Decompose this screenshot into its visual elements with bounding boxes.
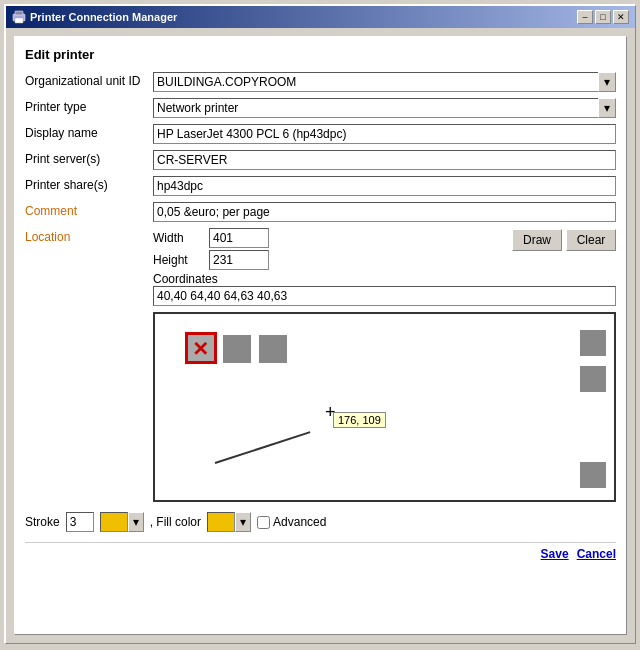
canvas-area[interactable]: ✕ + 176, 109 [153,312,616,502]
window-title: Printer Connection Manager [30,11,177,23]
fill-color-label: , Fill color [150,515,201,529]
canvas-shape-gray4 [580,366,606,392]
title-bar-left: Printer Connection Manager [12,10,177,24]
org-unit-row: Organizational unit ID ▾ [25,72,616,92]
stroke-label: Stroke [25,515,60,529]
canvas-line [215,431,311,464]
canvas-shape-gray2 [259,335,287,363]
cancel-button[interactable]: Cancel [577,547,616,561]
save-button[interactable]: Save [541,547,569,561]
clear-button[interactable]: Clear [566,229,616,251]
stroke-input[interactable] [66,512,94,532]
printer-type-select-wrap: ▾ [153,98,616,118]
title-buttons: – □ ✕ [577,10,629,24]
stroke-color-swatch[interactable] [100,512,128,532]
printer-icon [12,10,26,24]
height-input[interactable] [209,250,269,270]
fill-color-wrap: ▾ [207,512,251,532]
width-label: Width [153,231,201,245]
advanced-wrap: Advanced [257,515,326,529]
location-row: Location Width Height [25,228,616,306]
comment-row: Comment [25,202,616,222]
advanced-label: Advanced [273,515,326,529]
location-label: Location [25,228,145,244]
svg-rect-1 [15,11,23,15]
print-server-row: Print server(s) [25,150,616,170]
org-unit-select-wrap: ▾ [153,72,616,92]
print-server-label: Print server(s) [25,150,145,166]
svg-rect-2 [15,18,23,23]
coordinates-input[interactable] [153,286,616,306]
location-fields: Width Height Draw Clear [153,228,616,306]
stroke-color-wrap: ▾ [100,512,144,532]
canvas-tooltip: 176, 109 [333,412,386,428]
stroke-color-dropdown-icon[interactable]: ▾ [128,512,144,532]
printer-type-label: Printer type [25,98,145,114]
display-name-label: Display name [25,124,145,140]
draw-button[interactable]: Draw [512,229,562,251]
restore-button[interactable]: □ [595,10,611,24]
canvas-shape-gray3 [580,330,606,356]
advanced-checkbox[interactable] [257,516,270,529]
canvas-shape-red: ✕ [185,332,217,364]
printer-share-row: Printer share(s) [25,176,616,196]
canvas-shape-gray5 [580,462,606,488]
comment-label: Comment [25,202,145,218]
panel-title: Edit printer [25,47,616,62]
height-row: Height [153,250,504,270]
red-x-icon: ✕ [192,337,209,361]
canvas-shape-gray1 [223,335,251,363]
action-bar: Save Cancel [25,542,616,561]
minimize-button[interactable]: – [577,10,593,24]
width-row: Width [153,228,504,248]
printer-type-row: Printer type ▾ [25,98,616,118]
fill-color-dropdown-icon[interactable]: ▾ [235,512,251,532]
fill-color-swatch[interactable] [207,512,235,532]
org-unit-label: Organizational unit ID [25,72,145,88]
display-name-input[interactable] [153,124,616,144]
window-body: Edit printer Organizational unit ID ▾ Pr… [6,28,635,643]
display-name-row: Display name [25,124,616,144]
comment-input[interactable] [153,202,616,222]
printer-type-input[interactable] [153,98,616,118]
coordinates-label: Coordinates [153,272,218,286]
bottom-bar: Stroke ▾ , Fill color ▾ Advanced [25,508,616,536]
height-label: Height [153,253,201,267]
printer-share-input[interactable] [153,176,616,196]
main-window: Printer Connection Manager – □ ✕ Edit pr… [4,4,636,644]
draw-clear-buttons: Draw Clear [512,229,616,251]
printer-share-label: Printer share(s) [25,176,145,192]
print-server-input[interactable] [153,150,616,170]
close-button[interactable]: ✕ [613,10,629,24]
edit-panel: Edit printer Organizational unit ID ▾ Pr… [14,36,627,635]
org-unit-input[interactable] [153,72,616,92]
title-bar: Printer Connection Manager – □ ✕ [6,6,635,28]
width-input[interactable] [209,228,269,248]
coordinates-section: Coordinates [153,272,616,306]
